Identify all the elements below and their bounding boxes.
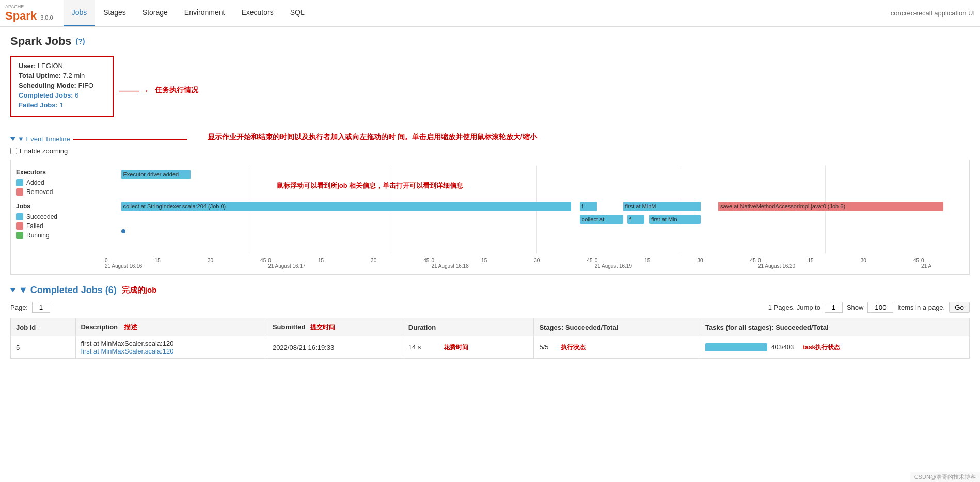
axis-tick-3: 45 [260,258,266,263]
tab-stages[interactable]: Stages [95,0,134,26]
tab-executors[interactable]: Executors [233,0,281,26]
bar-job-collect[interactable]: collect at [580,215,623,224]
table-body: 5 first at MinMaxScaler.scala:120 first … [11,336,970,359]
col-duration: Duration [403,318,534,336]
page-input[interactable] [32,302,50,313]
axis-tick-8: 0 [431,258,434,263]
show-input[interactable] [867,302,893,313]
col-jobid[interactable]: Job Id ↓ [11,318,76,336]
sort-arrow-icon: ↓ [38,325,40,331]
col-stages-label: Stages: Succeeded/Total [539,324,618,331]
succeeded-color-icon [16,213,23,220]
logo: APACHE Spark 3.0.0 [5,4,53,23]
desc-link[interactable]: first at MinMaxScaler.scala:120 [81,347,174,355]
timeline-toggle[interactable]: ▼ Event Timeline [10,135,70,143]
legend-added: Added [16,179,99,186]
axis-seg-2: 0 15 30 45 21 August 16:18 [430,258,593,269]
bar-job-f2-label: f [629,216,631,222]
timeline-label: ▼ Event Timeline [18,135,70,143]
mouse-annotation: 鼠标浮动可以看到所job 相关信息，单击打开可以看到详细信息 [277,181,463,190]
jobs-legend-title: Jobs [16,203,99,210]
app-name: concrec-recall application UI [891,9,975,17]
axis-label-2: 21 August 16:18 [430,263,593,269]
axis-seg-5: 0 21 A [920,258,969,269]
duration-value: 14 s [408,343,421,351]
removed-color-icon [16,188,23,196]
legend-removed: Removed [16,188,99,196]
timeline-dot [121,229,125,233]
executors-legend-title: Executors [16,169,99,176]
top-navigation: APACHE Spark 3.0.0 Jobs Stages Storage E… [0,0,980,27]
bar-job-first1[interactable]: first at MinM [623,202,701,211]
desc-annotation: 描述 [124,323,137,331]
task-annotation: 任务执行情况 [155,86,198,95]
axis-tick-15: 45 [750,258,756,263]
cell-duration: 14 s 花费时间 [403,336,534,359]
timeline-header-row: ▼ Event Timeline Enable zooming 显示作业开始和结… [10,133,970,160]
bar-executor-added-label: Executor driver added [123,171,179,178]
axis-tick-9: 15 [481,258,487,263]
duration-annotation: 花费时间 [444,344,468,351]
axis-tick-19: 45 [913,258,919,263]
tab-sql[interactable]: SQL [282,0,313,26]
running-color-icon [16,232,23,239]
axis-tick-12: 0 [595,258,598,263]
legend-succeeded-label: Succeeded [26,213,57,220]
legend-added-label: Added [26,179,44,186]
bar-job-f2[interactable]: f [627,215,645,224]
axis-tick-18: 30 [861,258,866,263]
completed-header: ▼ Completed Jobs (6) 完成的job [10,285,970,296]
tasks-annotation: task执行状态 [803,343,840,352]
cell-description: first at MinMaxScaler.scala:120 first at… [75,336,267,359]
desc-main: first at MinMaxScaler.scala:120 [81,340,262,347]
tab-environment[interactable]: Environment [176,0,233,26]
timeline-annotation-text: 显示作业开始和结束的时间以及执行者加入或向左拖动的时 间。单击启用缩放并使用鼠标… [208,133,537,142]
timeline-left: ▼ Event Timeline Enable zooming [10,133,187,160]
bar-job-collect-label: collect at [582,216,604,222]
bar-job0-label: collect at StringIndexer.scala:204 (Job … [123,203,226,210]
info-annotation-row: User: LEGION Total Uptime: 7.2 min Sched… [10,56,970,125]
stages-value: 5/5 [539,343,548,351]
table-row: 5 first at MinMaxScaler.scala:120 first … [11,336,970,359]
completed-annotation: 完成的job [122,285,157,295]
timeline-inner: Executors Added Removed Jobs Succeeded F… [11,166,969,269]
info-failed: Failed Jobs: 1 [19,101,105,109]
col-duration-label: Duration [408,324,436,331]
arrow-icon: ——→ [119,85,150,97]
completed-title[interactable]: ▼ Completed Jobs (6) [10,285,117,296]
tab-storage[interactable]: Storage [134,0,176,26]
pagination-bar: Page: 1 Pages. Jump to Show items in a p… [10,302,970,313]
page-info: 1 Pages. Jump to Show items in a page. G… [768,302,970,313]
page-title: Spark Jobs [10,35,72,48]
tab-jobs[interactable]: Jobs [64,0,96,26]
zoom-checkbox[interactable] [10,148,17,154]
table-header-row: Job Id ↓ Description 描述 Submitted 提交时间 D… [11,318,970,336]
timeline-legend: Executors Added Removed Jobs Succeeded F… [11,166,104,269]
info-uptime: Total Uptime: 7.2 min [19,72,105,79]
legend-running-label: Running [26,232,50,239]
tasks-value: 403/403 [771,344,794,351]
help-link[interactable]: (?) [76,37,85,45]
legend-failed-label: Failed [26,222,43,230]
pages-info-text: 1 Pages. Jump to [768,303,820,311]
col-description: Description 描述 [75,318,267,336]
bar-job-f1[interactable]: f [580,202,597,211]
col-submitted-label: Submitted [273,323,306,331]
jump-input[interactable] [825,302,843,313]
logo-spark: Spark [5,9,37,23]
axis-tick-5: 15 [318,258,324,263]
zoom-label: Enable zooming [20,147,68,155]
legend-succeeded: Succeeded [16,213,99,220]
nav-tabs: Jobs Stages Storage Environment Executor… [64,0,313,26]
bar-executor-added[interactable]: Executor driver added [121,170,191,179]
axis-tick-16: 0 [758,258,761,263]
bar-job0[interactable]: collect at StringIndexer.scala:204 (Job … [121,202,572,211]
col-tasks-label: Tasks (for all stages): Succeeded/Total [705,324,829,331]
enable-zoom-row: Enable zooming [10,147,187,155]
bar-job-save[interactable]: save at NativeMethodAccessorImpl.java:0 … [718,202,943,211]
go-button[interactable]: Go [949,302,970,313]
bar-job-first2[interactable]: first at Min [649,215,701,224]
logo-apache: APACHE [5,4,24,9]
axis-label-4: 21 August 16:20 [757,263,920,269]
col-tasks: Tasks (for all stages): Succeeded/Total [700,318,969,336]
